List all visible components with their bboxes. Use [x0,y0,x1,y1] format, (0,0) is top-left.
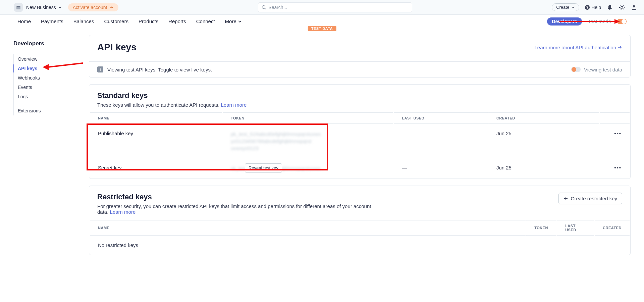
standard-keys-table: NAME TOKEN LAST USED CREATED Publishable… [89,112,630,179]
help-icon: ? [585,5,590,10]
view-test-data-toggle[interactable] [571,67,581,72]
plus-icon [564,196,568,201]
key-token: sk_test_51Nabcd0efghijklmnopqrstuvwx Rev… [223,159,393,178]
standard-keys-title: Standard keys [97,91,622,100]
svg-point-4 [621,6,623,8]
col-name: NAME [90,112,222,124]
business-switcher[interactable]: New Business [26,5,62,10]
sidebar-item-extensions[interactable]: Extensions [14,106,89,115]
annotation-arrow-api-keys [43,62,83,72]
nav-more[interactable]: More [225,18,242,24]
row-actions-button[interactable]: ••• [614,165,622,170]
col-token: TOKEN [223,112,393,124]
sidebar-item-webhooks[interactable]: Webhooks [14,73,89,83]
test-mode-label: Test mode [588,18,611,24]
svg-marker-8 [43,64,49,70]
standard-keys-card: Standard keys These keys will allow you … [89,84,631,179]
key-last-used: — [394,159,488,178]
learn-more-auth-link[interactable]: Learn more about API authentication [534,45,622,50]
reveal-test-key-button[interactable]: Reveal test key [245,163,282,172]
col-token: TOKEN [526,220,556,236]
gear-icon [619,4,625,10]
chevron-down-icon [571,5,575,9]
business-name-label: New Business [26,5,56,10]
table-row: Publishable key pk_test_51Nabcd0efghijkl… [90,124,630,158]
view-test-data-label: Viewing test data [584,67,622,72]
sidebar-item-overview[interactable]: Overview [14,54,89,64]
learn-more-label: Learn more about API authentication [534,45,616,50]
standard-learn-more-link[interactable]: Learn more [221,102,247,108]
sidebar-title: Developers [13,40,89,47]
user-icon [631,4,637,10]
restricted-learn-more-link[interactable]: Learn more [110,209,136,215]
bell-icon [607,4,613,10]
create-restricted-label: Create restricted key [571,196,617,201]
notifications-button[interactable] [606,4,613,11]
row-actions-button[interactable]: ••• [614,131,622,136]
create-button[interactable]: Create [552,3,579,11]
key-name: Publishable key [90,124,222,158]
business-logo [14,3,23,12]
col-last-used: LAST USED [557,220,594,236]
page-title: API keys [97,42,137,53]
main-nav: Home Payments Balances Customers Product… [0,15,644,28]
arrow-right-icon [618,45,622,50]
info-icon: i [97,66,103,72]
table-row: Secret key sk_test_51Nabcd0efghijklmnopq… [90,159,630,178]
restricted-keys-card: Restricted keys For greater security, yo… [89,186,631,255]
col-name: NAME [90,220,526,236]
key-name: Secret key [90,159,222,178]
chevron-down-icon [238,19,242,23]
test-data-badge: TEST DATA [308,26,336,31]
col-created: CREATED [488,112,599,124]
key-last-used: — [394,124,488,158]
col-created: CREATED [595,220,630,236]
nav-home[interactable]: Home [17,18,31,24]
sidebar: Developers Overview API keys Webhooks Ev… [13,28,89,262]
nav-balances[interactable]: Balances [73,18,94,24]
key-created: Jun 25 [488,159,599,178]
sidebar-item-api-keys[interactable]: API keys [14,64,89,73]
nav-connect[interactable]: Connect [196,18,215,24]
nav-payments[interactable]: Payments [41,18,63,24]
search-input[interactable]: Search... [258,2,412,12]
sidebar-item-label: API keys [18,66,37,71]
search-placeholder: Search... [268,5,287,10]
key-token[interactable]: pk_test_51Nabcd0efghijklmnopqrstuvwx yz0… [223,124,393,158]
restricted-keys-table: NAME TOKEN LAST USED CREATED No restrict… [89,219,630,255]
info-bar: i Viewing test API keys. Toggle to view … [89,61,630,77]
nav-reports[interactable]: Reports [168,18,186,24]
sidebar-item-events[interactable]: Events [14,83,89,92]
svg-point-5 [633,5,635,7]
nav-more-label: More [225,18,236,24]
restricted-keys-subtitle: For greater security, you can create res… [97,203,372,215]
nav-customers[interactable]: Customers [104,18,128,24]
nav-products[interactable]: Products [139,18,158,24]
activate-account-button[interactable]: Activate account [68,3,119,11]
svg-point-1 [262,5,265,8]
table-row: No restricted keys [90,236,630,254]
arrow-right-icon [109,5,114,10]
svg-rect-0 [16,7,20,9]
create-label: Create [556,5,569,10]
col-last-used: LAST USED [394,112,488,124]
profile-button[interactable] [631,4,637,11]
standard-keys-subtitle: These keys will allow you to authenticat… [97,102,622,108]
main-content: API keys Learn more about API authentica… [89,28,631,262]
blurred-token-text: pk_test_51Nabcd0efghijklmnopqrstuvwx yz0… [231,131,385,152]
help-link[interactable]: ? Help [585,5,601,10]
settings-button[interactable] [619,4,625,11]
create-restricted-key-button[interactable]: Create restricted key [558,193,622,204]
key-created: Jun 25 [488,124,599,158]
activate-account-label: Activate account [73,5,107,10]
test-mode-toggle[interactable] [617,19,627,24]
sidebar-item-logs[interactable]: Logs [14,92,89,101]
svg-text:?: ? [586,5,589,9]
search-icon [262,5,266,10]
top-bar: New Business Activate account Search... … [0,0,644,15]
svg-line-9 [48,63,83,67]
restricted-keys-title: Restricted keys [97,193,372,201]
developers-button[interactable]: Developers [547,17,582,26]
help-label: Help [591,5,601,10]
info-text: Viewing test API keys. Toggle to view li… [107,67,212,72]
